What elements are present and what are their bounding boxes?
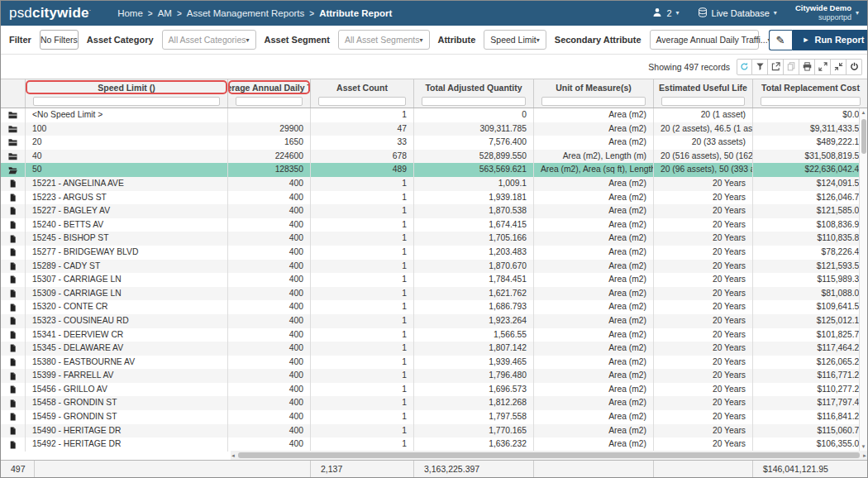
detail-row[interactable]: 15309 - CARRIAGE LN40011,621.762Area (m2…: [1, 287, 868, 301]
column-filter-input[interactable]: [761, 97, 861, 106]
no-filters-button[interactable]: No Filters: [40, 30, 79, 50]
footer-asset-count: 2,137: [311, 461, 414, 477]
detail-row[interactable]: 15307 - CARRIAGE LN40011,784.451Area (m2…: [1, 273, 868, 287]
detail-row[interactable]: 15345 - DELAWARE AV40011,807.142Area (m2…: [1, 342, 868, 356]
detail-row[interactable]: 15227 - BAGLEY AV40011,870.538Area (m2)2…: [1, 204, 868, 218]
scroll-left-icon[interactable]: ◄: [231, 453, 236, 458]
detail-row[interactable]: 15458 - GRONDIN ST40011,812.268Area (m2)…: [1, 396, 868, 410]
detail-row[interactable]: 15490 - HERITAGE DR40011,770.165Area (m2…: [1, 424, 868, 438]
scroll-up-icon[interactable]: ▲: [861, 108, 866, 117]
column-header[interactable]: Total Adjusted Quantity: [414, 79, 534, 95]
breadcrumb-item[interactable]: Attribute Report: [319, 8, 392, 18]
group-row[interactable]: 1002990047309,311.785Area (m2)20 (2 asse…: [1, 122, 868, 136]
column-header[interactable]: Unit of Measure(s): [534, 79, 654, 95]
cell: $115,989.33: [753, 273, 868, 287]
detail-row[interactable]: 15245 - BISHOP ST40011,705.166Area (m2)2…: [1, 232, 868, 246]
database-menu[interactable]: Live Database ▾: [698, 7, 777, 19]
filter-icon: [756, 60, 765, 74]
column-filter-input[interactable]: [236, 97, 303, 106]
table-body: <No Speed Limit >10Area (m2)20 (1 asset)…: [1, 108, 867, 452]
detail-row[interactable]: 15380 - EASTBOURNE AV40011,939.465Area (…: [1, 356, 868, 370]
group-row[interactable]: 50128350489563,569.621Area (m2), Area (s…: [1, 163, 868, 177]
export-button[interactable]: [768, 59, 784, 75]
filter-cell: [26, 95, 228, 108]
cell: 1,796.480: [414, 369, 534, 383]
column-filter-input[interactable]: [33, 97, 220, 106]
cell: 15341 - DEERVIEW CR: [26, 328, 228, 342]
group-row[interactable]: 201650337,576.400Area (m2)20 (33 assets)…: [1, 136, 868, 150]
cell: 1: [311, 424, 414, 438]
column-header[interactable]: Speed Limit (): [26, 79, 228, 95]
detail-row[interactable]: 15492 - HERITAGE DR40011,636.232Area (m2…: [1, 437, 868, 452]
detail-row[interactable]: 15456 - GRILLO AV40011,696.573Area (m2)2…: [1, 383, 868, 397]
vertical-scroll-thumb[interactable]: [861, 119, 866, 154]
detail-row[interactable]: 15223 - ARGUS ST40011,939.181Area (m2)20…: [1, 191, 868, 205]
cell: 20 Years: [654, 342, 753, 356]
cell: 15456 - GRILLO AV: [26, 383, 228, 397]
detail-row[interactable]: 15320 - CONTE CR40011,686.793Area (m2)20…: [1, 300, 868, 314]
cell: 20 Years: [654, 260, 753, 274]
cell: 1,870.538: [414, 204, 534, 218]
expand-button[interactable]: [815, 59, 831, 75]
copy-button[interactable]: [784, 59, 799, 75]
filter-button[interactable]: [752, 59, 768, 75]
detail-row[interactable]: 15277 - BRIDGEWAY BLVD40011,203.483Area …: [1, 246, 868, 260]
column-filter-input[interactable]: [541, 97, 646, 106]
account-user: supportpd: [795, 13, 851, 22]
detail-row[interactable]: 15240 - BETTS AV40011,674.415Area (m2)20…: [1, 218, 868, 232]
secondary-attribute-value: Average Annual Daily Traffi...: [656, 35, 768, 45]
breadcrumb-item[interactable]: Asset Management Reports: [187, 8, 305, 18]
column-header[interactable]: Asset Count: [311, 79, 414, 95]
report-grid: Speed Limit ()Average Annual Daily Tr...…: [1, 79, 867, 477]
cell: 1,621.762: [414, 287, 534, 301]
cell: 15227 - BAGLEY AV: [26, 204, 228, 218]
attribute-label: Attribute: [438, 35, 476, 45]
cell: Area (m2): [534, 356, 654, 370]
cell: 1,939.181: [414, 191, 534, 205]
column-filter-input[interactable]: [422, 97, 526, 106]
asset-category-value: All Asset Categories: [169, 35, 246, 45]
breadcrumb-item[interactable]: AM: [158, 8, 172, 18]
vertical-scrollbar[interactable]: ▲ ▼: [859, 108, 867, 451]
app-logo[interactable]: psdcitywide.: [9, 5, 91, 22]
column-header[interactable]: Average Annual Daily Tr...: [228, 79, 311, 95]
cell: Area (m2): [534, 342, 654, 356]
secondary-attribute-select[interactable]: Average Annual Daily Traffi... ▾: [650, 30, 759, 50]
cell: 400: [228, 177, 311, 191]
detail-row[interactable]: 15289 - CADY ST40011,870.670Area (m2)20 …: [1, 260, 868, 274]
group-row[interactable]: <No Speed Limit >10Area (m2)20 (1 asset)…: [1, 108, 868, 122]
column-filter-input[interactable]: [661, 97, 745, 106]
scroll-down-icon[interactable]: ▼: [861, 442, 866, 451]
cell: 1: [311, 260, 414, 274]
detail-row[interactable]: 15323 - COUSINEAU RD40011,923.264Area (m…: [1, 314, 868, 328]
detail-row[interactable]: 15459 - GRONDIN ST40011,797.558Area (m2)…: [1, 410, 868, 424]
users-menu[interactable]: 2 ▾: [652, 7, 679, 19]
detail-row[interactable]: 15341 - DEERVIEW CR40011,566.55Area (m2)…: [1, 328, 868, 342]
power-button[interactable]: [847, 59, 862, 75]
column-header-label: Speed Limit (): [98, 83, 155, 93]
asset-segment-select[interactable]: All Asset Segments ▾: [338, 30, 429, 50]
breadcrumb-item[interactable]: Home: [117, 8, 143, 18]
horizontal-scroll-thumb[interactable]: [238, 452, 860, 458]
cell: 1: [311, 314, 414, 328]
detail-row[interactable]: 15399 - FARRELL AV40011,796.480Area (m2)…: [1, 369, 868, 383]
run-report-button[interactable]: ► Run Report: [792, 30, 868, 50]
document-icon: [1, 342, 26, 356]
attribute-select[interactable]: Speed Limit ▾: [484, 30, 546, 50]
scroll-right-icon[interactable]: ►: [862, 453, 867, 458]
collapse-button[interactable]: [831, 59, 847, 75]
group-row[interactable]: 40224600678528,899.550Area (m2), Length …: [1, 150, 868, 164]
horizontal-scrollbar[interactable]: ◄ ►: [231, 451, 867, 460]
column-header-label: Unit of Measure(s): [556, 83, 632, 93]
document-icon: [1, 356, 26, 370]
asset-category-select[interactable]: All Asset Categories ▾: [162, 30, 256, 50]
detail-row[interactable]: 15221 - ANGELINA AVE40011,009.1Area (m2)…: [1, 177, 868, 191]
column-header[interactable]: Estimated Useful Life: [654, 79, 753, 95]
print-button[interactable]: [799, 59, 815, 75]
column-filter-input[interactable]: [318, 97, 406, 106]
column-header[interactable]: Total Replacement Cost: [753, 79, 868, 95]
account-menu[interactable]: Citywide Demo supportpd ▾: [795, 4, 859, 22]
cell: $106,355.05: [753, 437, 868, 452]
edit-report-button[interactable]: ✎: [769, 30, 792, 50]
refresh-button[interactable]: [737, 59, 752, 75]
